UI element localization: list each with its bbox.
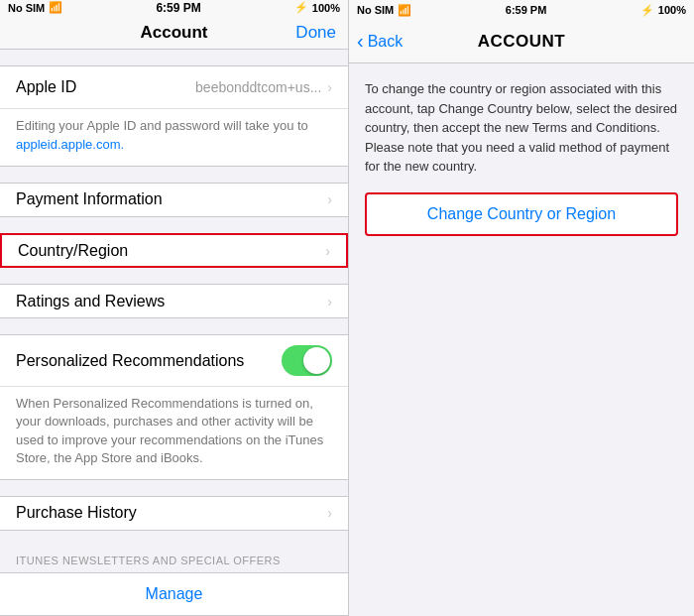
no-sim-label: No SIM	[8, 2, 45, 14]
apple-id-row[interactable]: Apple ID beebonddtcom+us... ›	[0, 66, 348, 109]
right-time: 6:59 PM	[506, 4, 547, 16]
apple-id-value: beebonddtcom+us...	[88, 79, 321, 95]
payment-information-label: Payment Information	[16, 190, 321, 208]
apple-id-desc-text: Editing your Apple ID and password will …	[16, 118, 308, 133]
back-button[interactable]: ‹ Back	[357, 30, 403, 53]
right-wifi-icon: 📶	[398, 4, 411, 17]
back-label: Back	[368, 33, 404, 51]
purchase-chevron: ›	[327, 505, 332, 521]
change-country-button[interactable]: Change Country or Region	[365, 192, 678, 236]
personalized-section: Personalized Recommendations When Person…	[0, 334, 348, 480]
done-button[interactable]: Done	[295, 23, 336, 43]
left-status-bar: No SIM 📶 6:59 PM ⚡ 100%	[0, 0, 348, 16]
right-content: To change the country or region associat…	[349, 63, 694, 616]
country-region-item[interactable]: Country/Region ›	[0, 233, 348, 268]
apple-id-chevron: ›	[327, 79, 332, 95]
account-description: To change the country or region associat…	[365, 79, 678, 177]
right-status-left: No SIM 📶	[357, 4, 411, 17]
apple-id-description: Editing your Apple ID and password will …	[0, 109, 348, 165]
toggle-knob	[303, 347, 330, 374]
left-time: 6:59 PM	[156, 1, 200, 15]
personalized-label: Personalized Recommendations	[16, 352, 282, 370]
newsletter-section: iTunes Newsletters and Special Offers Ma…	[0, 554, 348, 616]
left-status-left: No SIM 📶	[8, 1, 62, 14]
personalized-description: When Personalized Recommendations is tur…	[0, 387, 348, 479]
right-status-right: ⚡ 100%	[640, 4, 686, 17]
left-status-right: ⚡ 100%	[294, 1, 340, 14]
apple-id-section: Apple ID beebonddtcom+us... › Editing yo…	[0, 65, 348, 166]
back-chevron-icon: ‹	[357, 30, 364, 53]
right-no-sim: No SIM	[357, 4, 394, 16]
left-nav-title: Account	[141, 23, 208, 43]
left-nav-bar: Account Done	[0, 16, 348, 51]
right-nav-bar: ‹ Back ACCOUNT	[349, 20, 694, 63]
right-panel: No SIM 📶 6:59 PM ⚡ 100% ‹ Back ACCOUNT T…	[349, 0, 694, 616]
right-bluetooth-icon: ⚡	[640, 4, 654, 17]
country-region-label: Country/Region	[18, 242, 319, 260]
manage-row[interactable]: Manage	[0, 572, 348, 616]
right-battery: 100%	[658, 4, 686, 16]
purchase-history-label: Purchase History	[16, 504, 321, 522]
payment-information-item[interactable]: Payment Information ›	[0, 183, 348, 217]
apple-id-link[interactable]: appleid.apple.com.	[16, 137, 124, 152]
manage-label[interactable]: Manage	[146, 585, 203, 603]
bluetooth-icon: ⚡	[294, 1, 308, 14]
ratings-reviews-item[interactable]: Ratings and Reviews ›	[0, 284, 348, 318]
apple-id-label: Apple ID	[16, 78, 76, 96]
left-panel: No SIM 📶 6:59 PM ⚡ 100% Account Done App…	[0, 0, 349, 616]
purchase-history-item[interactable]: Purchase History ›	[0, 496, 348, 531]
personalized-toggle[interactable]	[282, 345, 332, 376]
payment-chevron: ›	[327, 191, 332, 207]
newsletter-header: iTunes Newsletters and Special Offers	[0, 554, 348, 572]
ratings-chevron: ›	[327, 294, 332, 309]
country-region-chevron: ›	[325, 243, 330, 259]
personalized-row[interactable]: Personalized Recommendations	[0, 335, 348, 387]
wifi-icon: 📶	[49, 1, 62, 14]
right-status-bar: No SIM 📶 6:59 PM ⚡ 100%	[349, 0, 694, 20]
ratings-reviews-label: Ratings and Reviews	[16, 293, 321, 310]
battery-label: 100%	[312, 2, 340, 14]
